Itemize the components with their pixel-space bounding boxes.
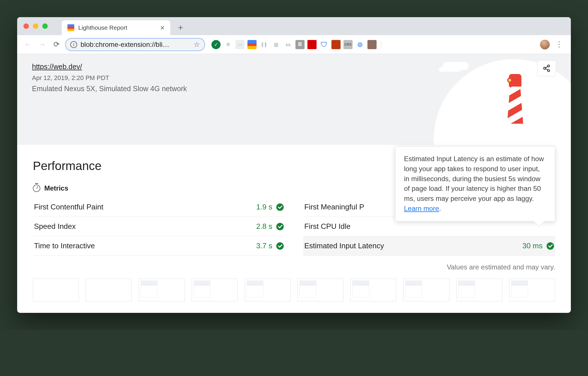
filmstrip-frame[interactable] <box>33 279 79 301</box>
bookmark-star-icon[interactable]: ☆ <box>194 41 200 49</box>
tab-strip: Lighthouse Report × + <box>17 17 571 35</box>
back-button[interactable]: ← <box>22 39 34 50</box>
filmstrip-frame[interactable] <box>350 279 396 301</box>
filmstrip-frame[interactable] <box>139 279 185 301</box>
metric-value: 30 ms <box>522 241 543 250</box>
filmstrip-frame[interactable] <box>456 279 502 301</box>
extension-icon[interactable]: 🛡 <box>319 40 329 49</box>
browser-tab[interactable]: Lighthouse Report × <box>62 20 170 35</box>
learn-more-link[interactable]: Learn more <box>404 205 439 212</box>
extension-icon[interactable]: (·) <box>259 40 269 49</box>
address-bar[interactable]: i blob:chrome-extension://bli… ☆ <box>65 38 205 51</box>
cloud-decoration <box>443 62 469 70</box>
forward-button[interactable]: → <box>37 39 48 50</box>
browser-toolbar: ← → ⟳ i blob:chrome-extension://bli… ☆ ✓… <box>17 35 571 54</box>
metric-row-highlighted[interactable]: Estimated Input Latency 30 ms <box>303 236 555 256</box>
minimize-window-button[interactable] <box>33 23 38 29</box>
pass-check-icon <box>276 203 284 211</box>
browser-window: Lighthouse Report × + ← → ⟳ i blob:chrom… <box>17 17 571 313</box>
lighthouse-extension-icon[interactable] <box>247 40 257 49</box>
metric-name: First Contentful Paint <box>34 203 103 211</box>
values-disclaimer: Values are estimated and may vary. <box>33 263 555 271</box>
tab-title: Lighthouse Report <box>78 24 127 31</box>
lighthouse-illustration <box>505 74 525 124</box>
tooltip-text: Estimated Input Latency is an estimate o… <box>404 155 544 202</box>
reload-button[interactable]: ⟳ <box>51 39 62 50</box>
filmstrip <box>33 279 555 301</box>
extensions-row: ✓ ❊ ▭ (·) ▦ ▭ B 🛡 CRX ⊚ ⋮ <box>211 40 566 49</box>
metric-name: First CPU Idle <box>304 222 351 231</box>
extension-icon[interactable]: ▦ <box>271 40 281 49</box>
extension-icon[interactable]: ⊚ <box>355 40 365 49</box>
fullscreen-window-button[interactable] <box>42 23 48 29</box>
metric-name: Speed Index <box>34 222 76 231</box>
metric-value: 1.9 s <box>256 203 272 211</box>
profile-avatar[interactable] <box>540 40 550 49</box>
metric-row[interactable]: Speed Index 2.8 s <box>33 217 285 236</box>
extension-icon[interactable] <box>331 40 341 49</box>
extension-icon[interactable]: CRX <box>343 40 353 49</box>
separator <box>381 40 381 49</box>
filmstrip-frame[interactable] <box>403 279 449 301</box>
filmstrip-frame[interactable] <box>509 279 555 301</box>
metric-row[interactable]: First Contentful Paint 1.9 s <box>33 197 285 217</box>
filmstrip-frame[interactable] <box>192 279 238 301</box>
close-window-button[interactable] <box>23 23 29 29</box>
pass-check-icon <box>276 223 284 230</box>
metric-row[interactable]: Time to Interactive 3.7 s <box>33 236 285 256</box>
share-icon <box>543 64 551 72</box>
extension-icon[interactable]: ❊ <box>223 40 233 49</box>
window-controls <box>23 23 48 29</box>
extension-icon[interactable] <box>307 40 317 49</box>
pass-check-icon <box>276 242 284 250</box>
extension-icon[interactable]: ▭ <box>235 40 245 49</box>
metric-value: 3.7 s <box>256 241 272 250</box>
report-header: https://web.dev/ Apr 12, 2019, 2:20 PM P… <box>17 54 571 145</box>
url-text: blob:chrome-extension://bli… <box>81 41 169 49</box>
site-info-icon[interactable]: i <box>70 41 77 48</box>
tested-url-link[interactable]: https://web.dev/ <box>32 63 82 71</box>
metrics-label: Metrics <box>44 184 68 192</box>
extension-icon[interactable] <box>367 40 377 49</box>
stopwatch-icon <box>33 185 40 192</box>
extension-icon[interactable]: ▭ <box>283 40 293 49</box>
metric-tooltip: Estimated Input Latency is an estimate o… <box>395 146 555 221</box>
lighthouse-favicon-icon <box>67 24 74 31</box>
new-tab-button[interactable]: + <box>174 21 187 34</box>
metric-value: 2.8 s <box>256 222 272 231</box>
filmstrip-frame[interactable] <box>297 279 343 301</box>
metric-name: Estimated Input Latency <box>304 241 384 250</box>
chrome-menu-button[interactable]: ⋮ <box>553 40 566 49</box>
share-button[interactable] <box>537 60 556 76</box>
metric-name: Time to Interactive <box>34 241 95 250</box>
pass-check-icon <box>547 242 554 250</box>
extension-icon[interactable]: B <box>295 40 305 49</box>
extension-icon[interactable]: ✓ <box>211 40 221 49</box>
close-tab-button[interactable]: × <box>160 23 165 32</box>
filmstrip-frame[interactable] <box>245 279 291 301</box>
metric-name: First Meaningful P <box>304 203 364 211</box>
filmstrip-frame[interactable] <box>86 279 132 301</box>
page-content: https://web.dev/ Apr 12, 2019, 2:20 PM P… <box>17 54 571 313</box>
